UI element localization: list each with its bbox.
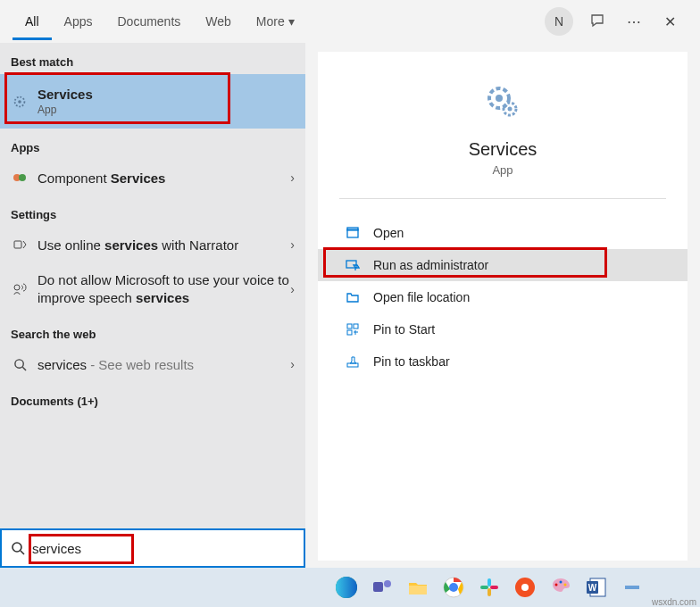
svg-rect-40 <box>625 586 639 589</box>
svg-point-22 <box>336 577 357 598</box>
svg-rect-17 <box>347 330 352 335</box>
user-avatar[interactable]: N <box>545 7 573 36</box>
action-pin-start[interactable]: Pin to Start <box>318 313 688 345</box>
search-icon <box>11 355 29 373</box>
speech-icon <box>11 280 29 298</box>
section-settings: Settings <box>0 195 305 227</box>
taskbar-paint-icon[interactable] <box>545 571 577 603</box>
taskbar-chrome-icon[interactable] <box>438 571 470 603</box>
svg-rect-28 <box>488 578 491 586</box>
svg-point-34 <box>555 584 558 586</box>
svg-rect-31 <box>490 586 498 589</box>
narrator-icon <box>11 236 29 254</box>
svg-point-6 <box>14 359 22 367</box>
taskbar-edge-icon[interactable] <box>330 571 362 603</box>
close-icon[interactable]: ✕ <box>655 7 684 36</box>
chevron-right-icon: › <box>290 170 295 185</box>
admin-icon <box>345 257 361 273</box>
result-component-services[interactable]: Component Services › <box>0 160 305 195</box>
taskbar-chrome2-icon[interactable] <box>509 571 541 603</box>
action-pin-taskbar[interactable]: Pin to taskbar <box>318 345 688 378</box>
result-web-services[interactable]: services - See web results › <box>0 346 305 382</box>
chevron-right-icon: › <box>290 237 295 252</box>
svg-text:W: W <box>588 583 597 593</box>
pin-start-icon <box>345 321 361 337</box>
svg-rect-29 <box>480 586 488 589</box>
taskbar-slack-icon[interactable] <box>473 571 505 603</box>
component-icon <box>11 169 29 187</box>
svg-rect-16 <box>354 324 358 328</box>
best-match-sub: App <box>38 104 93 116</box>
tab-documents[interactable]: Documents <box>104 4 193 40</box>
detail-title: Services <box>318 139 688 160</box>
svg-rect-4 <box>14 241 21 248</box>
taskbar-overflow-icon[interactable] <box>616 571 648 603</box>
detail-type: App <box>318 163 688 177</box>
svg-point-11 <box>508 107 512 112</box>
best-match-services[interactable]: Services App <box>0 74 305 129</box>
svg-line-20 <box>21 551 24 554</box>
chevron-right-icon: › <box>290 282 295 296</box>
svg-point-36 <box>564 584 567 586</box>
services-app-icon <box>481 80 524 123</box>
section-apps: Apps <box>0 129 305 160</box>
search-icon <box>11 541 25 555</box>
taskbar-teams-icon[interactable] <box>366 571 398 603</box>
taskbar-word-icon[interactable]: W <box>580 571 612 603</box>
taskbar: W <box>0 568 700 607</box>
svg-line-7 <box>22 367 26 370</box>
svg-point-9 <box>496 95 503 102</box>
result-narrator-services[interactable]: Use online services with Narrator › <box>0 227 305 262</box>
section-search-web: Search the web <box>0 315 305 346</box>
best-match-title: Services <box>38 87 93 102</box>
svg-point-24 <box>384 580 391 587</box>
results-panel: Best match Services App Apps Component S… <box>0 43 305 568</box>
svg-point-3 <box>19 174 26 181</box>
svg-rect-30 <box>488 588 491 596</box>
taskbar-explorer-icon[interactable] <box>402 571 434 603</box>
detail-panel: Services App Open Run as administrator O… <box>305 43 700 568</box>
search-input[interactable] <box>32 541 295 556</box>
chevron-right-icon: › <box>290 357 295 371</box>
search-bar[interactable] <box>0 528 305 568</box>
section-documents: Documents (1+) <box>0 382 305 413</box>
action-open[interactable]: Open <box>318 217 688 249</box>
tab-apps[interactable]: Apps <box>52 4 105 40</box>
svg-point-5 <box>14 285 20 290</box>
tab-more[interactable]: More ▾ <box>244 4 307 40</box>
svg-rect-15 <box>347 324 352 328</box>
action-open-location[interactable]: Open file location <box>318 281 688 313</box>
pin-taskbar-icon <box>345 353 361 370</box>
svg-rect-23 <box>373 582 383 592</box>
svg-rect-18 <box>347 363 358 367</box>
more-icon[interactable]: ⋯ <box>620 7 648 36</box>
result-speech-services[interactable]: Do not allow Microsoft to use your voice… <box>0 262 305 315</box>
watermark: wsxdn.com <box>652 597 696 607</box>
tab-web[interactable]: Web <box>193 4 244 40</box>
feedback-icon[interactable] <box>584 7 612 36</box>
svg-rect-25 <box>409 586 427 595</box>
open-icon <box>345 225 361 241</box>
svg-point-35 <box>560 581 562 584</box>
gear-icon <box>11 93 29 111</box>
tab-all[interactable]: All <box>12 4 52 40</box>
svg-point-19 <box>12 543 21 552</box>
svg-point-33 <box>521 584 529 591</box>
svg-point-27 <box>449 583 458 592</box>
svg-point-1 <box>18 100 21 104</box>
top-tab-bar: All Apps Documents Web More ▾ N ⋯ ✕ <box>0 0 700 43</box>
action-run-admin[interactable]: Run as administrator <box>318 249 688 281</box>
folder-icon <box>345 289 361 305</box>
section-best-match: Best match <box>0 43 305 74</box>
